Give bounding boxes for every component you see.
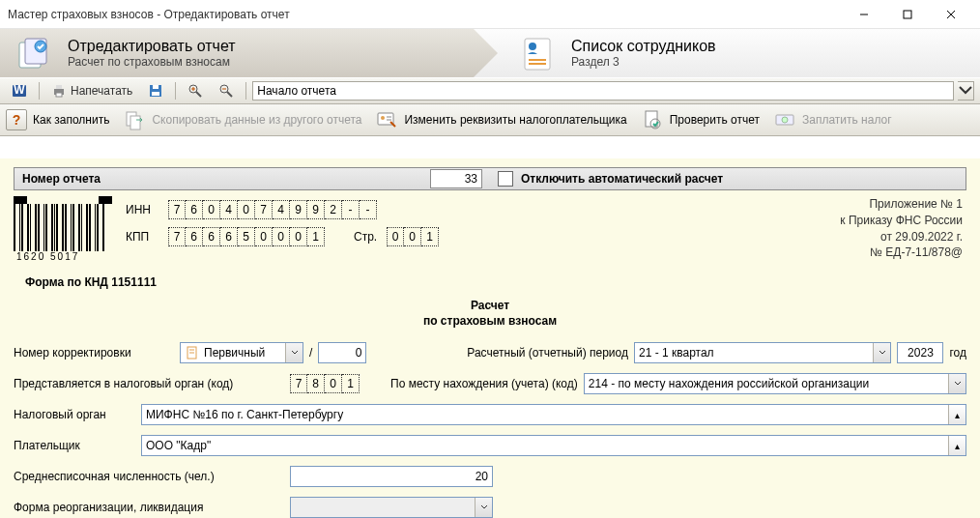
svg-rect-18 — [152, 92, 159, 96]
window-title: Мастер страховых взносов - Отредактирова… — [8, 8, 842, 21]
correction-number-label: Номер корректировки — [14, 346, 174, 360]
year-suffix: год — [949, 346, 966, 360]
report-sheets-icon — [14, 33, 54, 73]
inn-label: ИНН — [126, 203, 159, 216]
svg-line-20 — [196, 92, 201, 97]
zoom-in-button[interactable] — [182, 80, 209, 101]
page-label: Стр. — [354, 230, 377, 244]
print-label: Напечатать — [71, 84, 132, 98]
wizard-step2-subtitle: Раздел 3 — [571, 55, 716, 69]
section-nav-arrow[interactable] — [958, 81, 974, 101]
wizard-step1-subtitle: Расчет по страховым взносам — [68, 55, 236, 69]
payer-input[interactable]: ООО "Кадр" ▴ — [141, 435, 966, 456]
reporting-period-label: Расчетный (отчетный) период — [467, 346, 628, 360]
avg-headcount-input[interactable] — [290, 466, 493, 487]
correction-number-input[interactable] — [318, 342, 366, 363]
section-nav-value: Начало отчета — [257, 84, 336, 98]
maximize-button[interactable] — [885, 0, 929, 28]
check-report-label: Проверить отчет — [670, 113, 760, 127]
printer-icon — [51, 83, 67, 99]
kpp-cells[interactable]: 766650001 — [168, 227, 325, 246]
disable-auto-calc-label: Отключить автоматический расчет — [521, 172, 966, 186]
copy-data-icon — [123, 108, 146, 131]
svg-rect-17 — [153, 85, 159, 89]
tax-authority-label: Налоговый орган — [14, 408, 135, 421]
minimize-button[interactable] — [842, 0, 885, 28]
how-to-fill-button[interactable]: ? Как заполнить — [6, 109, 109, 130]
barcode-digits: 1620 5017 — [14, 251, 112, 262]
word-export-button[interactable]: W — [6, 80, 33, 101]
payer-label: Плательщик — [14, 439, 135, 452]
reporting-period-value: 21 - 1 квартал — [639, 346, 714, 360]
location-code-value: 214 - по месту нахождения российской орг… — [589, 377, 869, 390]
kpp-label: КПП — [126, 230, 159, 244]
document-icon — [185, 345, 200, 360]
reporting-period-select[interactable]: 21 - 1 квартал — [634, 342, 891, 363]
copy-from-other-label: Скопировать данные из другого отчета — [152, 113, 361, 127]
slash-separator: / — [309, 346, 312, 360]
pay-tax-label: Заплатить налог — [802, 113, 892, 127]
chevron-down-icon — [958, 83, 973, 99]
svg-rect-27 — [130, 116, 140, 130]
svg-rect-1 — [904, 11, 911, 18]
report-header-row: Номер отчета Отключить автоматический ра… — [14, 167, 966, 190]
money-icon — [773, 108, 796, 131]
zoom-out-button[interactable] — [213, 80, 240, 101]
wizard-step1-title: Отредактировать отчет — [68, 38, 236, 55]
check-report-button[interactable]: Проверить отчет — [641, 108, 760, 131]
tax-authority-value: МИФНС №16 по г. Санкт-Петербургу — [146, 408, 343, 421]
tax-authority-code-cells[interactable]: 7801 — [290, 374, 360, 393]
help-icon: ? — [6, 109, 27, 130]
chevron-down-icon — [285, 343, 303, 362]
svg-text:W: W — [14, 83, 25, 97]
how-to-fill-label: Как заполнить — [33, 113, 109, 127]
correction-type-value: Первичный — [204, 346, 265, 360]
year-input[interactable] — [897, 342, 943, 363]
section-nav-select[interactable]: Начало отчета — [252, 81, 954, 101]
change-taxpayer-details-button[interactable]: Изменить реквизиты налогоплательщика — [375, 108, 626, 131]
regulation-notes: Приложение № 1 к Приказу ФНС России от 2… — [840, 196, 966, 262]
svg-point-35 — [782, 117, 788, 123]
inn-cells[interactable]: 7604074992-- — [168, 200, 377, 219]
chevron-down-icon — [475, 498, 492, 517]
svg-point-8 — [529, 43, 536, 50]
svg-point-29 — [381, 116, 385, 120]
card-edit-icon — [375, 108, 398, 131]
print-button[interactable]: Напечатать — [45, 80, 138, 101]
page-cells: 001 — [387, 227, 439, 246]
form-knd-code: Форма по КНД 1151111 — [25, 275, 966, 289]
employee-list-icon — [517, 33, 558, 73]
copy-from-other-button[interactable]: Скопировать данные из другого отчета — [123, 108, 361, 131]
tax-authority-input[interactable]: МИФНС №16 по г. Санкт-Петербургу ▴ — [141, 404, 966, 425]
svg-line-24 — [227, 92, 232, 97]
tax-authority-code-label: Представляется в налоговый орган (код) — [14, 377, 284, 390]
report-number-input[interactable] — [430, 169, 482, 188]
location-code-select[interactable]: 214 - по месту нахождения российской орг… — [584, 373, 966, 394]
chevron-down-icon — [873, 343, 890, 362]
change-taxpayer-details-label: Изменить реквизиты налогоплательщика — [404, 113, 626, 127]
lookup-button[interactable]: ▴ — [948, 405, 966, 424]
lookup-button[interactable]: ▴ — [948, 436, 966, 455]
svg-rect-14 — [56, 85, 62, 89]
pay-tax-button[interactable]: Заплатить налог — [773, 108, 892, 131]
reorganization-select[interactable] — [290, 497, 493, 518]
reorganization-label: Форма реорганизации, ликвидация — [14, 501, 284, 514]
zoom-out-icon — [218, 83, 234, 99]
document-title: Расчет по страховым взносам — [14, 299, 966, 329]
zoom-in-icon — [187, 83, 203, 99]
location-code-label: По месту нахождения (учета) (код) — [390, 377, 578, 390]
correction-type-select[interactable]: Первичный — [180, 342, 303, 363]
diskette-icon — [148, 83, 163, 99]
wizard-step2-title: Список сотрудников — [571, 38, 716, 55]
svg-rect-15 — [56, 93, 62, 97]
save-button[interactable] — [142, 80, 169, 101]
payer-value: ООО "Кадр" — [146, 439, 211, 452]
disable-auto-calc-checkbox[interactable] — [498, 171, 513, 187]
check-report-icon — [641, 108, 664, 131]
wizard-step-edit-report[interactable]: Отредактировать отчет Расчет по страховы… — [0, 29, 474, 77]
avg-headcount-label: Среднесписочная численность (чел.) — [14, 470, 284, 483]
chevron-down-icon — [948, 374, 966, 393]
wizard-step-employees[interactable]: Список сотрудников Раздел 3 — [474, 29, 980, 77]
close-button[interactable] — [929, 0, 972, 28]
barcode: 1620 5017 — [14, 196, 112, 262]
